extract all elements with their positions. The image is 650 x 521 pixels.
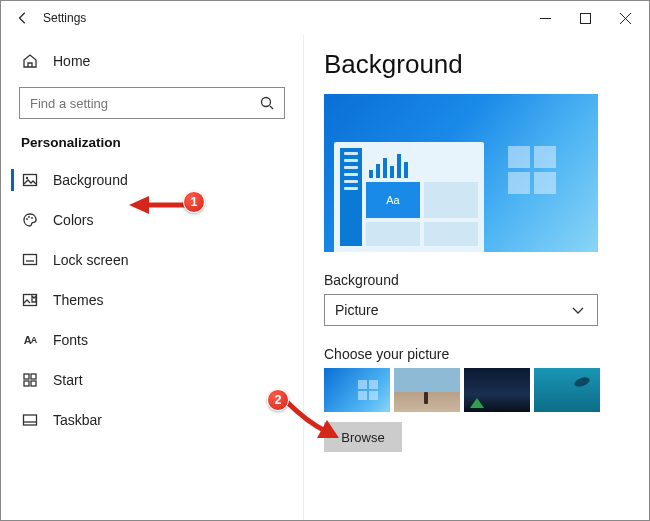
maximize-button[interactable] (565, 3, 605, 33)
annotation-callout-1: 1 (183, 191, 205, 213)
sidebar-item-label: Lock screen (53, 252, 128, 268)
start-icon (21, 371, 39, 389)
sidebar-home[interactable]: Home (11, 41, 303, 81)
search-input[interactable] (28, 95, 258, 112)
themes-icon (21, 291, 39, 309)
content-pane: Background Aa Backgr (303, 35, 649, 521)
desktop-preview: Aa (324, 94, 598, 252)
sidebar-item-label: Colors (53, 212, 93, 228)
taskbar-icon (21, 411, 39, 429)
sidebar-item-label: Themes (53, 292, 104, 308)
svg-rect-13 (24, 415, 37, 425)
windows-logo-icon (508, 146, 556, 194)
window-title: Settings (43, 11, 86, 25)
picture-thumb-3[interactable] (464, 368, 530, 412)
lock-screen-icon (21, 251, 39, 269)
sidebar-item-label: Start (53, 372, 83, 388)
close-button[interactable] (605, 3, 645, 33)
background-dropdown[interactable]: Picture (324, 294, 598, 326)
settings-window: Settings Home (0, 0, 650, 521)
svg-point-1 (262, 98, 271, 107)
minimize-button[interactable] (525, 3, 565, 33)
sidebar-item-taskbar[interactable]: Taskbar (11, 400, 303, 440)
picture-thumbnails (324, 368, 625, 412)
page-heading: Background (324, 49, 625, 80)
picture-icon (21, 171, 39, 189)
back-button[interactable] (9, 11, 37, 25)
annotation-arrow-2 (281, 398, 341, 446)
sidebar-item-label: Background (53, 172, 128, 188)
home-icon (21, 52, 39, 70)
background-dropdown-value: Picture (335, 302, 379, 318)
background-dropdown-label: Background (324, 272, 625, 288)
svg-point-4 (26, 218, 28, 220)
svg-rect-8 (24, 295, 37, 306)
titlebar: Settings (1, 1, 649, 35)
svg-rect-0 (580, 13, 590, 23)
sidebar-section-label: Personalization (11, 129, 303, 160)
annotation-arrow-1 (129, 193, 189, 221)
chevron-down-icon (569, 301, 587, 319)
svg-point-5 (28, 216, 30, 218)
svg-rect-7 (24, 255, 37, 265)
svg-rect-2 (24, 175, 37, 186)
svg-rect-12 (31, 381, 36, 386)
preview-window-mockup: Aa (334, 142, 484, 252)
svg-point-3 (26, 177, 28, 179)
fonts-icon: AA (21, 331, 39, 349)
palette-icon (21, 211, 39, 229)
sidebar-item-label: Taskbar (53, 412, 102, 428)
svg-rect-11 (24, 381, 29, 386)
svg-rect-10 (31, 374, 36, 379)
svg-rect-9 (24, 374, 29, 379)
choose-picture-label: Choose your picture (324, 346, 625, 362)
sidebar-item-start[interactable]: Start (11, 360, 303, 400)
sidebar-item-themes[interactable]: Themes (11, 280, 303, 320)
sidebar: Home Personalization Background Colo (1, 35, 303, 521)
annotation-callout-2: 2 (267, 389, 289, 411)
preview-sample-text: Aa (366, 182, 420, 218)
picture-thumb-2[interactable] (394, 368, 460, 412)
picture-thumb-4[interactable] (534, 368, 600, 412)
search-icon (258, 94, 276, 112)
sidebar-item-lock-screen[interactable]: Lock screen (11, 240, 303, 280)
sidebar-home-label: Home (53, 53, 90, 69)
sidebar-item-fonts[interactable]: AA Fonts (11, 320, 303, 360)
svg-point-6 (31, 217, 33, 219)
svg-marker-14 (129, 196, 149, 214)
sidebar-item-label: Fonts (53, 332, 88, 348)
search-box[interactable] (19, 87, 285, 119)
